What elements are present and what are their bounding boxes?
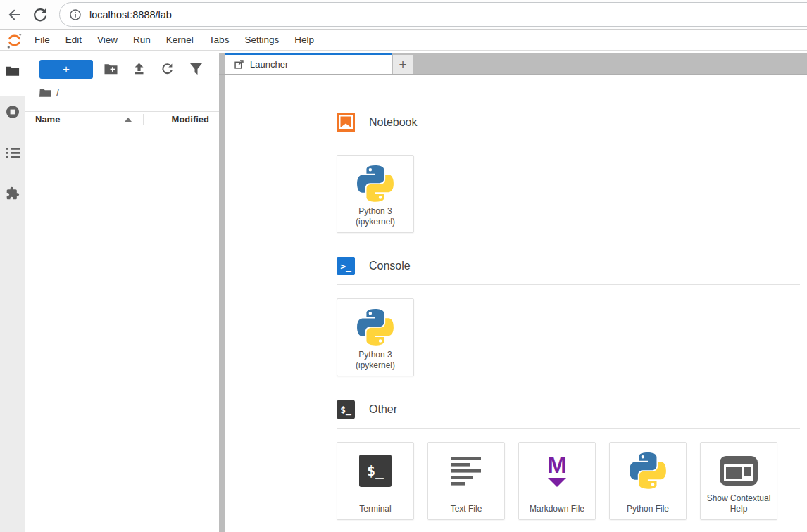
card-label: Terminal bbox=[358, 504, 392, 514]
launcher-card-show-contextual-help[interactable]: Show Contextual Help bbox=[700, 442, 777, 520]
launcher-section-other: $_ Other $_ Terminal bbox=[337, 400, 800, 520]
browser-reload-icon[interactable] bbox=[32, 7, 48, 23]
terminal-icon: $_ bbox=[337, 400, 355, 419]
column-header-name[interactable]: Name bbox=[35, 114, 60, 125]
section-divider bbox=[337, 141, 800, 141]
console-icon: >_ bbox=[337, 257, 355, 275]
dock-tab-bar: Launcher + bbox=[219, 53, 807, 75]
panel-splitter-handle[interactable] bbox=[219, 53, 225, 532]
menu-file[interactable]: File bbox=[27, 30, 58, 50]
terminal-icon: $_ bbox=[359, 455, 392, 487]
launcher-section-console: >_ Console Python 3 (ipykernel) bbox=[337, 257, 800, 376]
jupyter-logo-icon bbox=[6, 32, 23, 49]
file-list-empty-area bbox=[25, 128, 219, 532]
python-logo-icon bbox=[357, 308, 394, 346]
section-title-console: Console bbox=[369, 260, 411, 272]
launcher-card-console-python3[interactable]: Python 3 (ipykernel) bbox=[337, 298, 414, 376]
card-label: Python 3 (ipykernel) bbox=[337, 350, 413, 371]
python-logo-icon bbox=[630, 452, 666, 490]
text-file-icon bbox=[450, 452, 482, 490]
file-browser-panel: + / Name Modified bbox=[25, 51, 219, 532]
menu-tabs[interactable]: Tabs bbox=[201, 30, 237, 50]
menu-edit[interactable]: Edit bbox=[58, 30, 89, 50]
jupyter-menu-bar: File Edit View Run Kernel Tabs Settings … bbox=[0, 30, 807, 51]
url-text: localhost:8888/lab bbox=[89, 9, 172, 20]
file-browser-icon[interactable] bbox=[6, 64, 20, 78]
section-divider bbox=[337, 428, 800, 429]
launcher-tab-icon bbox=[234, 59, 244, 70]
tab-launcher-label: Launcher bbox=[250, 59, 288, 70]
menu-kernel[interactable]: Kernel bbox=[158, 30, 201, 50]
contextual-help-icon bbox=[719, 452, 758, 490]
site-info-icon[interactable] bbox=[69, 8, 82, 21]
breadcrumb-root[interactable]: / bbox=[56, 87, 59, 99]
section-title-notebook: Notebook bbox=[369, 116, 418, 129]
column-divider bbox=[143, 114, 144, 125]
markdown-icon: M bbox=[547, 455, 567, 487]
section-divider bbox=[337, 284, 800, 285]
browser-address-bar[interactable]: localhost:8888/lab bbox=[59, 2, 807, 27]
launcher-card-markdown-file[interactable]: M Markdown File bbox=[518, 442, 596, 520]
new-launcher-button[interactable]: + bbox=[39, 60, 93, 79]
menu-view[interactable]: View bbox=[89, 30, 125, 50]
table-of-contents-icon[interactable] bbox=[6, 146, 20, 160]
browser-back-icon[interactable] bbox=[7, 7, 23, 23]
launcher-card-notebook-python3[interactable]: Python 3 (ipykernel) bbox=[337, 155, 414, 233]
menu-settings[interactable]: Settings bbox=[237, 30, 287, 50]
launcher-card-python-file[interactable]: Python File bbox=[609, 442, 687, 520]
refresh-icon[interactable] bbox=[161, 63, 174, 75]
launcher-card-text-file[interactable]: Text File bbox=[427, 442, 505, 520]
column-header-modified[interactable]: Modified bbox=[172, 114, 209, 125]
menu-run[interactable]: Run bbox=[125, 30, 158, 50]
notebook-icon bbox=[337, 113, 355, 132]
extension-manager-icon[interactable] bbox=[6, 186, 20, 201]
filter-icon[interactable] bbox=[189, 63, 203, 75]
python-logo-icon bbox=[357, 165, 394, 203]
card-label: Markdown File bbox=[528, 504, 586, 514]
launcher-card-terminal[interactable]: $_ Terminal bbox=[337, 442, 414, 520]
new-tab-button[interactable]: + bbox=[393, 55, 413, 74]
jupyterlab-window: localhost:8888/lab File Edit View Run Ke… bbox=[0, 0, 807, 532]
running-sessions-icon[interactable] bbox=[6, 105, 20, 119]
card-label: Python File bbox=[625, 504, 670, 514]
browser-toolbar: localhost:8888/lab bbox=[0, 0, 807, 30]
card-label: Text File bbox=[449, 504, 484, 514]
home-folder-icon[interactable] bbox=[39, 88, 51, 98]
launcher-panel: Notebook Python 3 (ipykernel) bbox=[225, 75, 807, 532]
sort-ascending-icon[interactable] bbox=[125, 118, 132, 122]
card-label: Python 3 (ipykernel) bbox=[337, 206, 413, 227]
activity-sidebar bbox=[0, 51, 25, 532]
menu-help[interactable]: Help bbox=[287, 30, 322, 50]
tab-launcher[interactable]: Launcher bbox=[225, 53, 392, 74]
section-title-other: Other bbox=[369, 403, 397, 416]
file-list-header: Name Modified bbox=[25, 111, 219, 127]
upload-icon[interactable] bbox=[132, 63, 146, 75]
launcher-section-notebook: Notebook Python 3 (ipykernel) bbox=[337, 113, 800, 233]
new-folder-icon[interactable] bbox=[104, 63, 118, 75]
card-label: Show Contextual Help bbox=[701, 493, 777, 514]
breadcrumb: / bbox=[39, 87, 59, 99]
